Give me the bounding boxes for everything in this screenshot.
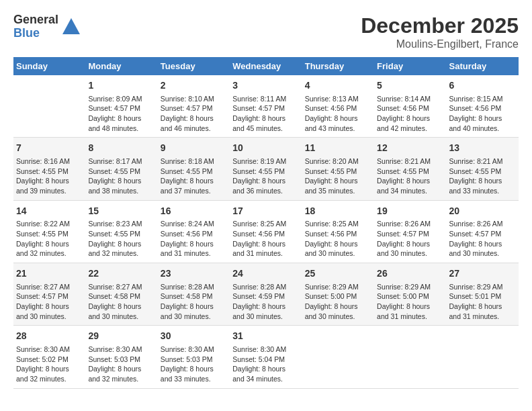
calendar-week-2: 7Sunrise: 8:16 AM Sunset: 4:55 PM Daylig… <box>13 138 519 200</box>
page-header: General Blue December 2025 Moulins-Engil… <box>13 13 519 50</box>
day-number: 16 <box>161 205 227 218</box>
day-number: 2 <box>161 79 227 93</box>
calendar-cell: 28Sunrise: 8:30 AM Sunset: 5:02 PM Dayli… <box>13 326 85 388</box>
calendar-cell: 24Sunrise: 8:28 AM Sunset: 4:59 PM Dayli… <box>230 263 302 326</box>
day-info: Sunrise: 8:30 AM Sunset: 5:03 PM Dayligh… <box>161 345 227 384</box>
day-number: 25 <box>305 267 371 281</box>
calendar-title: December 2025 <box>361 13 519 38</box>
header-tuesday: Tuesday <box>158 57 230 75</box>
day-number: 22 <box>88 267 154 281</box>
day-info: Sunrise: 8:26 AM Sunset: 4:57 PM Dayligh… <box>449 219 516 259</box>
logo-line2: Blue <box>13 27 58 40</box>
calendar-cell: 8Sunrise: 8:17 AM Sunset: 4:55 PM Daylig… <box>85 138 157 200</box>
calendar-cell: 1Sunrise: 8:09 AM Sunset: 4:57 PM Daylig… <box>85 75 157 138</box>
calendar-cell: 14Sunrise: 8:22 AM Sunset: 4:55 PM Dayli… <box>13 200 85 263</box>
day-number: 28 <box>16 330 83 343</box>
calendar-cell: 19Sunrise: 8:26 AM Sunset: 4:57 PM Dayli… <box>374 200 446 263</box>
day-info: Sunrise: 8:24 AM Sunset: 4:56 PM Dayligh… <box>161 219 227 259</box>
day-info: Sunrise: 8:30 AM Sunset: 5:03 PM Dayligh… <box>88 345 154 384</box>
day-info: Sunrise: 8:11 AM Sunset: 4:57 PM Dayligh… <box>232 94 299 134</box>
day-number: 15 <box>88 205 154 218</box>
day-info: Sunrise: 8:10 AM Sunset: 4:57 PM Dayligh… <box>161 94 227 134</box>
day-number: 27 <box>449 267 516 281</box>
day-number: 1 <box>88 79 154 93</box>
calendar-week-3: 14Sunrise: 8:22 AM Sunset: 4:55 PM Dayli… <box>13 200 519 263</box>
day-number: 9 <box>161 142 227 155</box>
day-number: 21 <box>16 267 83 281</box>
day-number: 6 <box>449 79 516 93</box>
day-info: Sunrise: 8:13 AM Sunset: 4:56 PM Dayligh… <box>305 94 371 134</box>
day-number: 4 <box>305 79 371 93</box>
day-number: 24 <box>232 267 299 281</box>
day-info: Sunrise: 8:16 AM Sunset: 4:55 PM Dayligh… <box>16 156 83 196</box>
calendar-cell: 27Sunrise: 8:29 AM Sunset: 5:01 PM Dayli… <box>447 263 519 326</box>
calendar-week-1: 1Sunrise: 8:09 AM Sunset: 4:57 PM Daylig… <box>13 75 519 138</box>
day-info: Sunrise: 8:20 AM Sunset: 4:55 PM Dayligh… <box>305 156 371 196</box>
calendar-cell: 22Sunrise: 8:27 AM Sunset: 4:58 PM Dayli… <box>85 263 157 326</box>
day-info: Sunrise: 8:21 AM Sunset: 4:55 PM Dayligh… <box>449 156 516 196</box>
day-number: 7 <box>16 142 83 155</box>
day-number: 5 <box>377 79 443 93</box>
day-info: Sunrise: 8:25 AM Sunset: 4:56 PM Dayligh… <box>232 219 299 259</box>
day-number: 29 <box>88 330 154 343</box>
day-info: Sunrise: 8:17 AM Sunset: 4:55 PM Dayligh… <box>88 156 154 196</box>
calendar-cell: 6Sunrise: 8:15 AM Sunset: 4:56 PM Daylig… <box>447 75 519 138</box>
day-info: Sunrise: 8:23 AM Sunset: 4:55 PM Dayligh… <box>88 219 154 259</box>
calendar-cell: 20Sunrise: 8:26 AM Sunset: 4:57 PM Dayli… <box>447 200 519 263</box>
day-number: 11 <box>305 142 371 155</box>
calendar-cell <box>447 326 519 388</box>
day-info: Sunrise: 8:14 AM Sunset: 4:56 PM Dayligh… <box>377 94 443 134</box>
calendar-cell <box>374 326 446 388</box>
day-info: Sunrise: 8:09 AM Sunset: 4:57 PM Dayligh… <box>88 94 154 134</box>
calendar-cell <box>13 75 85 138</box>
day-info: Sunrise: 8:29 AM Sunset: 5:00 PM Dayligh… <box>377 282 443 322</box>
calendar-cell: 12Sunrise: 8:21 AM Sunset: 4:55 PM Dayli… <box>374 138 446 200</box>
logo: General Blue <box>13 13 81 40</box>
day-info: Sunrise: 8:18 AM Sunset: 4:55 PM Dayligh… <box>161 156 227 196</box>
day-info: Sunrise: 8:15 AM Sunset: 4:56 PM Dayligh… <box>449 94 516 134</box>
day-info: Sunrise: 8:21 AM Sunset: 4:55 PM Dayligh… <box>377 156 443 196</box>
header-thursday: Thursday <box>302 57 374 75</box>
day-number: 23 <box>161 267 227 281</box>
calendar-cell: 9Sunrise: 8:18 AM Sunset: 4:55 PM Daylig… <box>158 138 230 200</box>
header-sunday: Sunday <box>13 57 85 75</box>
day-info: Sunrise: 8:28 AM Sunset: 4:58 PM Dayligh… <box>161 282 227 322</box>
day-number: 18 <box>305 205 371 218</box>
day-number: 3 <box>232 79 299 93</box>
calendar-cell: 21Sunrise: 8:27 AM Sunset: 4:57 PM Dayli… <box>13 263 85 326</box>
calendar-cell: 23Sunrise: 8:28 AM Sunset: 4:58 PM Dayli… <box>158 263 230 326</box>
calendar-cell: 18Sunrise: 8:25 AM Sunset: 4:56 PM Dayli… <box>302 200 374 263</box>
day-number: 31 <box>232 330 299 343</box>
calendar-cell <box>302 326 374 388</box>
day-number: 13 <box>449 142 516 155</box>
day-info: Sunrise: 8:26 AM Sunset: 4:57 PM Dayligh… <box>377 219 443 259</box>
day-info: Sunrise: 8:29 AM Sunset: 5:00 PM Dayligh… <box>305 282 371 322</box>
calendar-cell: 13Sunrise: 8:21 AM Sunset: 4:55 PM Dayli… <box>447 138 519 200</box>
calendar-cell: 2Sunrise: 8:10 AM Sunset: 4:57 PM Daylig… <box>158 75 230 138</box>
day-info: Sunrise: 8:19 AM Sunset: 4:55 PM Dayligh… <box>232 156 299 196</box>
day-number: 30 <box>161 330 227 343</box>
calendar-cell: 31Sunrise: 8:30 AM Sunset: 5:04 PM Dayli… <box>230 326 302 388</box>
calendar-table: SundayMondayTuesdayWednesdayThursdayFrid… <box>13 57 519 389</box>
calendar-cell: 11Sunrise: 8:20 AM Sunset: 4:55 PM Dayli… <box>302 138 374 200</box>
day-number: 14 <box>16 205 83 218</box>
title-block: December 2025 Moulins-Engilbert, France <box>361 13 519 50</box>
calendar-week-5: 28Sunrise: 8:30 AM Sunset: 5:02 PM Dayli… <box>13 326 519 388</box>
day-info: Sunrise: 8:27 AM Sunset: 4:58 PM Dayligh… <box>88 282 154 322</box>
day-info: Sunrise: 8:30 AM Sunset: 5:04 PM Dayligh… <box>232 345 299 384</box>
day-number: 10 <box>232 142 299 155</box>
day-info: Sunrise: 8:29 AM Sunset: 5:01 PM Dayligh… <box>449 282 516 322</box>
calendar-subtitle: Moulins-Engilbert, France <box>361 38 519 50</box>
calendar-cell: 4Sunrise: 8:13 AM Sunset: 4:56 PM Daylig… <box>302 75 374 138</box>
day-number: 26 <box>377 267 443 281</box>
calendar-cell: 10Sunrise: 8:19 AM Sunset: 4:55 PM Dayli… <box>230 138 302 200</box>
logo-line1: General <box>13 13 58 27</box>
header-wednesday: Wednesday <box>230 57 302 75</box>
day-info: Sunrise: 8:28 AM Sunset: 4:59 PM Dayligh… <box>232 282 299 322</box>
calendar-cell: 30Sunrise: 8:30 AM Sunset: 5:03 PM Dayli… <box>158 326 230 388</box>
calendar-cell: 16Sunrise: 8:24 AM Sunset: 4:56 PM Dayli… <box>158 200 230 263</box>
day-number: 17 <box>232 205 299 218</box>
header-friday: Friday <box>374 57 446 75</box>
day-info: Sunrise: 8:27 AM Sunset: 4:57 PM Dayligh… <box>16 282 83 322</box>
day-number: 19 <box>377 205 443 218</box>
